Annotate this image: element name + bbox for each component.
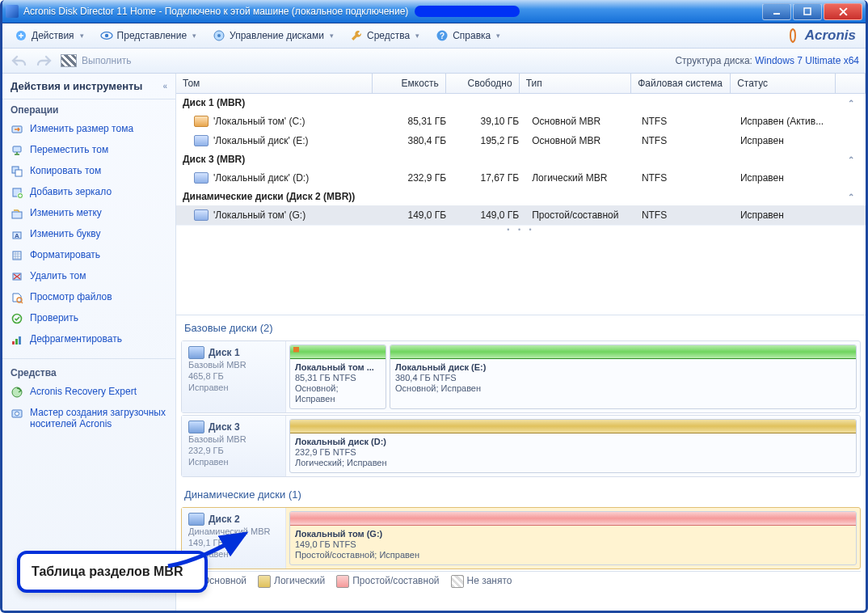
disk-structure-selector[interactable]: Структура диска: Windows 7 Ultimate x64 — [675, 55, 859, 66]
tool-icon — [11, 386, 23, 399]
collapse-icon[interactable]: « — [162, 82, 167, 91]
volume-type: Логический MBR — [525, 171, 635, 185]
collapse-group-icon[interactable]: ⌃ — [848, 192, 859, 201]
menu-tools-label: Средства — [367, 30, 410, 41]
op-icon — [11, 186, 23, 199]
partition-state: Основной; Исправен — [395, 383, 481, 393]
wrench-icon — [350, 29, 363, 42]
close-button[interactable] — [824, 3, 862, 20]
partition[interactable]: Локальный том (G:)149,0 ГБ NTFSПростой/с… — [289, 511, 857, 565]
sidebar: Действия и инструменты « Операции Измени… — [2, 74, 176, 611]
maximize-button[interactable] — [793, 3, 822, 20]
collapse-group-icon[interactable]: ⌃ — [848, 99, 859, 108]
col-header-filesystem[interactable]: Файловая система — [631, 74, 731, 93]
op-icon — [11, 312, 23, 325]
svg-text:?: ? — [440, 32, 445, 40]
op-label: Удалить том — [30, 270, 86, 281]
sidebar-section-operations: Операции — [2, 99, 175, 117]
svg-rect-22 — [12, 341, 15, 345]
volume-status: Исправен — [734, 208, 836, 222]
col-header-type[interactable]: Тип — [520, 74, 632, 93]
op-icon — [11, 291, 23, 304]
op-icon — [11, 270, 23, 283]
col-header-volume[interactable]: Том — [176, 74, 373, 93]
volume-capacity: 232,9 ГБ — [380, 171, 453, 185]
disk-state: Исправен — [188, 457, 279, 467]
volume-row[interactable]: 'Локальный диск' (E:)380,4 ГБ195,2 ГБОсн… — [176, 131, 866, 150]
struct-label: Структура диска: — [675, 55, 752, 66]
volume-row[interactable]: 'Локальный диск' (D:)232,9 ГБ17,67 ГБЛог… — [176, 168, 866, 188]
menu-actions[interactable]: Действия▾ — [7, 26, 91, 45]
volume-type: Основной MBR — [525, 114, 635, 129]
sidebar-op-1[interactable]: Переместить том — [2, 140, 175, 161]
splitter-handle[interactable]: • • • — [176, 225, 866, 232]
partition[interactable]: Локальный том ...85,31 ГБ NTFSОсновной; … — [289, 345, 386, 409]
col-header-free[interactable]: Свободно — [446, 74, 520, 93]
svg-point-25 — [12, 387, 22, 397]
volume-icon — [194, 116, 209, 127]
redo-button[interactable] — [35, 51, 54, 70]
group-header[interactable]: Диск 3 (MBR)⌃ — [176, 150, 866, 168]
disk-size: 149,1 ГБ — [188, 538, 279, 548]
sidebar-op-3[interactable]: Добавить зеркало — [2, 182, 175, 203]
redacted-hostname — [415, 6, 520, 17]
menu-view[interactable]: Представление▾ — [93, 26, 204, 45]
minimize-button[interactable] — [762, 3, 791, 20]
sidebar-op-4[interactable]: Изменить метку — [2, 203, 175, 224]
menu-help[interactable]: ? Справка▾ — [428, 26, 508, 45]
sidebar-op-2[interactable]: Копировать том — [2, 161, 175, 182]
op-label: Изменить букву — [30, 228, 100, 239]
menu-tools[interactable]: Средства▾ — [343, 26, 427, 45]
eye-icon — [100, 29, 113, 42]
sidebar-op-0[interactable]: Изменить размер тома — [2, 119, 175, 140]
sidebar-tool-1[interactable]: Мастер создания загрузочных носителей Ac… — [2, 403, 175, 433]
undo-button[interactable] — [9, 51, 28, 70]
disk-row[interactable]: Диск 2Динамический MBR149,1 ГБИсправенЛо… — [181, 507, 861, 569]
col-header-capacity[interactable]: Емкость — [373, 74, 446, 93]
disk-icon — [188, 421, 204, 433]
group-title: Диск 1 (MBR) — [183, 97, 245, 108]
disk-row[interactable]: Диск 1Базовый MBR465,8 ГБИсправенЛокальн… — [181, 340, 861, 413]
col-header-status[interactable]: Статус — [731, 74, 836, 93]
partition-name: Локальный том (G:) — [295, 529, 382, 539]
volume-fs: NTFS — [635, 171, 734, 185]
partition[interactable]: Локальный диск (E:)380,4 ГБ NTFSОсновной… — [390, 345, 857, 409]
disk-row[interactable]: Диск 3Базовый MBR232,9 ГБИсправенЛокальн… — [181, 415, 861, 477]
menu-disk-management[interactable]: Управление дисками▾ — [205, 26, 341, 45]
volume-fs: NTFS — [635, 114, 734, 129]
partition-state: Логический; Исправен — [295, 458, 387, 467]
volume-capacity: 380,4 ГБ — [380, 133, 453, 148]
disk-name: Диск 2 — [209, 514, 240, 525]
sidebar-op-9[interactable]: Проверить — [2, 308, 175, 329]
partition[interactable]: Локальный диск (D:)232,9 ГБ NTFSЛогическ… — [289, 419, 857, 473]
window-title-text: Acronis Disk Director 11 Home - Подключе… — [23, 6, 408, 17]
sidebar-section-tools: Средства — [2, 362, 175, 380]
sidebar-tool-0[interactable]: Acronis Recovery Expert — [2, 382, 175, 403]
toolbar: Выполнить Структура диска: Windows 7 Ult… — [2, 49, 866, 74]
sidebar-op-6[interactable]: Форматировать — [2, 245, 175, 266]
volume-row[interactable]: 'Локальный том' (G:)149,0 ГБ149,0 ГБПрос… — [176, 205, 866, 225]
group-header[interactable]: Динамические диски (Диск 2 (MBR))⌃ — [176, 188, 866, 205]
sidebar-op-8[interactable]: Просмотр файлов — [2, 287, 175, 308]
op-label: Дефрагментировать — [30, 333, 122, 345]
collapse-group-icon[interactable]: ⌃ — [848, 155, 859, 164]
svg-rect-18 — [13, 252, 21, 260]
op-label: Просмотр файлов — [30, 291, 112, 302]
op-icon — [11, 123, 23, 136]
sidebar-op-7[interactable]: Удалить том — [2, 266, 175, 287]
partition-bar — [290, 420, 856, 433]
sidebar-op-10[interactable]: Дефрагментировать — [2, 329, 175, 350]
run-label: Выполнить — [82, 55, 132, 66]
flag-icon — [61, 54, 77, 67]
disk-type: Динамический MBR — [188, 526, 279, 537]
op-icon — [11, 249, 23, 262]
tool-label: Acronis Recovery Expert — [30, 386, 137, 397]
volume-row[interactable]: 'Локальный том' (C:)85,31 ГБ39,10 ГБОсно… — [176, 112, 866, 131]
titlebar: Acronis Disk Director 11 Home - Подключе… — [2, 0, 866, 23]
struct-value[interactable]: Windows 7 Ultimate x64 — [755, 55, 859, 66]
group-header[interactable]: Диск 1 (MBR)⌃ — [176, 94, 866, 112]
sidebar-op-5[interactable]: AИзменить букву — [2, 224, 175, 245]
volume-icon — [194, 135, 209, 146]
volume-fs: NTFS — [635, 208, 734, 222]
run-button[interactable]: Выполнить — [61, 54, 132, 67]
